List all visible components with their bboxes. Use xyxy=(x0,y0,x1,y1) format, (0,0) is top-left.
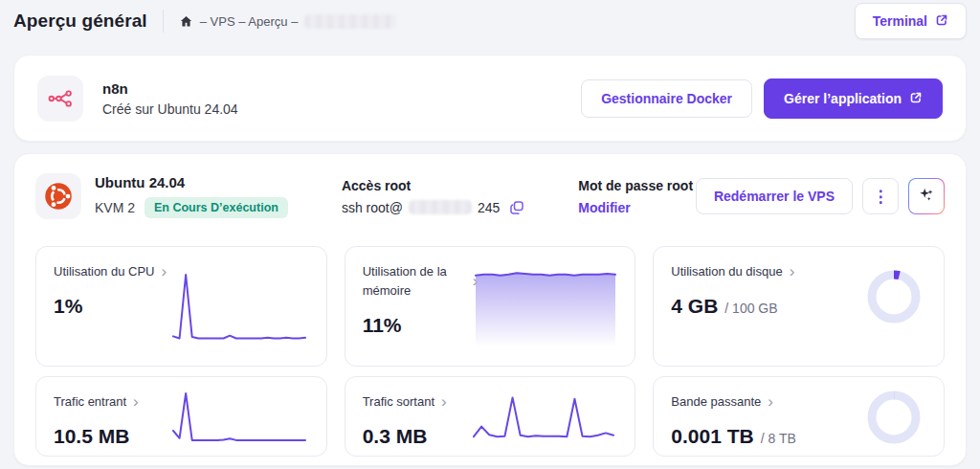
cpu-details-link[interactable]: Utilisation du CPU › xyxy=(54,262,167,281)
os-name: Ubuntu 24.04 xyxy=(95,174,288,190)
metric-label: Bande passante xyxy=(671,392,761,412)
bandwidth-total: / 8 TB xyxy=(761,431,796,446)
n8n-logo-icon xyxy=(37,76,83,122)
vps-actions: Redémarrer le VPS ⋮ xyxy=(696,178,945,214)
metric-card-traffic-out: Trafic sortant › 0.3 MB xyxy=(345,376,636,457)
app-info: n8n Créé sur Ubuntu 24.04 xyxy=(102,80,238,117)
app-name: n8n xyxy=(102,80,238,97)
vps-overview-page: Aperçu général – VPS – Aperçu – Terminal xyxy=(0,0,980,469)
status-badge: En Cours D’exécution xyxy=(145,197,288,218)
page-header: Aperçu général – VPS – Aperçu – Terminal xyxy=(0,0,980,42)
copy-icon[interactable] xyxy=(505,200,524,215)
traffic-in-sparkline-chart xyxy=(171,389,307,446)
disk-details-link[interactable]: Utilisation du disque › xyxy=(671,262,794,281)
external-link-icon xyxy=(909,91,923,106)
disk-total: / 100 GB xyxy=(724,301,777,316)
metrics-grid: Utilisation du CPU › 1% Utilisation de l… xyxy=(35,246,945,457)
ssh-ip-redacted xyxy=(409,200,472,214)
breadcrumb-text[interactable]: – VPS – Aperçu – xyxy=(200,14,299,29)
chevron-right-icon: › xyxy=(790,263,795,279)
external-link-icon xyxy=(935,13,948,29)
traffic-in-details-link[interactable]: Trafic entrant › xyxy=(54,392,139,412)
app-actions: Gestionnaire Docker Gérer l’application xyxy=(581,78,943,119)
terminal-button-label: Terminal xyxy=(873,14,927,28)
manage-application-button[interactable]: Gérer l’application xyxy=(764,78,943,119)
page-title: Aperçu général xyxy=(13,11,147,32)
os-block: Ubuntu 24.04 KVM 2 En Cours D’exécution xyxy=(35,173,288,219)
bandwidth-donut-chart xyxy=(867,391,921,444)
header-divider xyxy=(163,10,164,33)
chevron-right-icon: › xyxy=(162,263,167,279)
metric-card-bandwidth: Bande passante › 0.001 TB / 8 TB xyxy=(653,376,945,457)
vps-card: Ubuntu 24.04 KVM 2 En Cours D’exécution … xyxy=(13,153,967,466)
memory-details-link[interactable]: Utilisation de la mémoire › xyxy=(363,262,479,301)
terminal-button[interactable]: Terminal xyxy=(855,3,967,39)
traffic-out-sparkline-chart xyxy=(472,391,615,444)
docker-manager-button[interactable]: Gestionnaire Docker xyxy=(581,79,752,118)
ai-assistant-button[interactable] xyxy=(908,178,945,214)
modify-password-link[interactable]: Modifier xyxy=(578,200,693,215)
bandwidth-details-link[interactable]: Bande passante › xyxy=(671,392,773,412)
kebab-icon: ⋮ xyxy=(873,189,889,205)
manage-application-label: Gérer l’application xyxy=(784,92,902,105)
root-password-block: Mot de passe root Modifier xyxy=(578,173,693,219)
app-subtitle: Créé sur Ubuntu 24.04 xyxy=(102,101,238,117)
breadcrumb-redacted xyxy=(304,14,396,29)
home-icon[interactable] xyxy=(179,14,193,29)
breadcrumb: – VPS – Aperçu – xyxy=(179,14,397,29)
chevron-right-icon: › xyxy=(441,393,447,410)
root-access-label: Accès root xyxy=(342,178,524,193)
cpu-sparkline-chart xyxy=(171,270,307,345)
docker-manager-label: Gestionnaire Docker xyxy=(601,92,732,105)
memory-area-chart xyxy=(474,260,617,346)
chevron-right-icon: › xyxy=(768,393,773,410)
metric-label: Utilisation du CPU xyxy=(54,262,155,281)
metric-label: Trafic entrant xyxy=(54,392,126,412)
vps-header: Ubuntu 24.04 KVM 2 En Cours D’exécution … xyxy=(35,173,945,219)
more-options-button[interactable]: ⋮ xyxy=(862,178,899,214)
metric-card-cpu: Utilisation du CPU › 1% xyxy=(35,246,327,367)
metric-label: Utilisation de la mémoire xyxy=(363,262,466,301)
ssh-prefix: ssh root@ xyxy=(342,200,403,215)
bandwidth-used: 0.001 TB xyxy=(671,425,753,448)
metric-card-memory: Utilisation de la mémoire › 11% xyxy=(345,246,636,367)
traffic-out-details-link[interactable]: Trafic sortant › xyxy=(363,392,447,412)
ubuntu-logo-icon xyxy=(35,173,81,219)
chevron-right-icon: › xyxy=(133,393,139,410)
ssh-command: ssh root@ 245 xyxy=(342,200,524,215)
metric-label: Utilisation du disque xyxy=(671,262,782,281)
metric-card-disk: Utilisation du disque › 4 GB / 100 GB xyxy=(653,246,945,367)
disk-donut-chart xyxy=(867,270,921,324)
sparkle-icon xyxy=(918,187,935,207)
restart-vps-button[interactable]: Redémarrer le VPS xyxy=(696,178,853,214)
metric-card-traffic-in: Trafic entrant › 10.5 MB xyxy=(35,376,327,457)
metric-label: Trafic sortant xyxy=(363,392,434,412)
ssh-suffix: 245 xyxy=(478,200,500,215)
root-password-label: Mot de passe root xyxy=(578,178,693,193)
disk-used: 4 GB xyxy=(671,295,718,318)
plan-name: KVM 2 xyxy=(95,200,135,215)
app-card: n8n Créé sur Ubuntu 24.04 Gestionnaire D… xyxy=(13,55,967,142)
root-access-block: Accès root ssh root@ 245 xyxy=(342,173,524,219)
restart-vps-label: Redémarrer le VPS xyxy=(714,190,835,203)
